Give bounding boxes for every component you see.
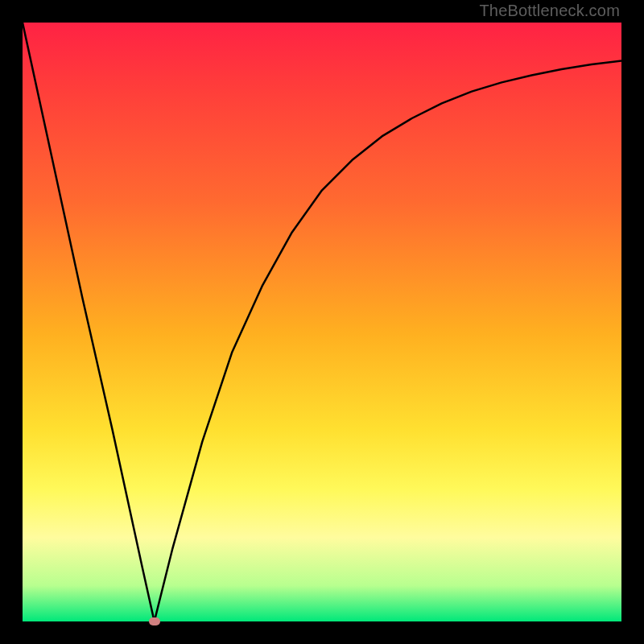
- curve-path: [23, 23, 621, 621]
- watermark-text: TheBottleneck.com: [479, 2, 620, 20]
- optimum-marker: [149, 617, 160, 625]
- chart-frame: TheBottleneck.com: [0, 0, 644, 644]
- bottleneck-curve: [23, 23, 621, 621]
- plot-area: [23, 23, 621, 621]
